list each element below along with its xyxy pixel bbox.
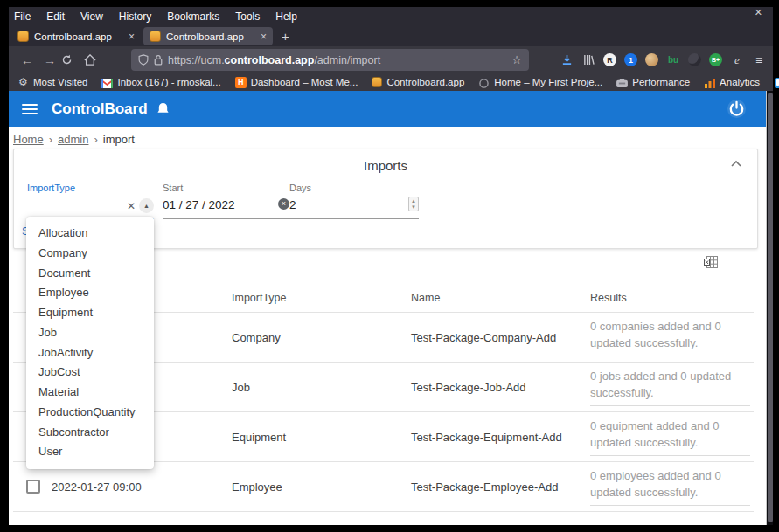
number-spinner[interactable]: ▲ ▼ [408,197,419,211]
breadcrumb-current: import [103,133,135,146]
clear-date-icon[interactable]: × [278,198,289,210]
bookmark-home-project[interactable]: Home – My First Proje... [478,77,602,88]
menu-history[interactable]: History [119,10,151,23]
window-close-icon[interactable]: ✕ [755,7,762,18]
spin-up-icon[interactable]: ▲ [411,198,416,204]
clear-icon[interactable]: ✕ [127,200,136,212]
page-scrollbar[interactable] [766,91,773,525]
row-importtype: Equipment [232,431,411,444]
panel-title: Imports [14,158,757,173]
url-bar[interactable]: https://ucm.controlboard.app/admin/impor… [131,49,529,71]
collapse-chevron-icon[interactable] [731,160,741,167]
bookmark-performance[interactable]: Performance [616,77,690,88]
days-label: Days [289,183,419,193]
bar-chart-icon [704,77,715,88]
start-value[interactable]: 01 / 27 / 2022 [163,198,289,214]
option-company[interactable]: Company [26,244,154,264]
bookmark-dashboard[interactable]: H Dashboard – Most Me... [235,77,358,88]
hamburger-menu-icon[interactable] [22,101,38,117]
days-field[interactable]: Days 2 ▲ ▼ [289,183,419,214]
menu-view[interactable]: View [80,10,103,23]
row-name: Test-Package-Employee-Add [411,480,590,494]
row-name: Test-Package-Job-Add [411,381,590,394]
new-tab-button[interactable]: + [282,29,289,44]
bookmark-trello[interactable]: agtreatertown | Trello [774,77,779,88]
tab-controlboard-1[interactable]: Controlboard.app × [11,27,141,45]
days-value[interactable]: 2 [289,198,419,214]
extension-r-icon[interactable]: R [603,53,616,66]
reload-button[interactable] [61,54,84,66]
reload-icon [61,54,73,66]
extension-e-icon[interactable]: e [730,53,744,67]
export-grid-icon[interactable] [704,256,718,268]
dropdown-arrow-icon[interactable]: ▲ [139,198,154,213]
row-importtype: Job [232,381,411,394]
app-title: ControlBoard [52,100,148,118]
bookmark-most-visited[interactable]: ⚙ Most Visited [17,77,87,88]
option-jobcost[interactable]: JobCost [26,363,154,383]
onepassword-icon[interactable]: 1 [624,53,637,66]
shield-icon[interactable] [138,54,149,66]
extension-dial-icon[interactable] [645,53,658,66]
row-checkbox[interactable] [26,480,40,494]
option-productionquantity[interactable]: ProductionQuantity [26,403,154,423]
bookmark-analytics[interactable]: Analytics [704,77,760,88]
start-date-field[interactable]: Start 01 / 27 / 2022 × [163,183,289,214]
library-icon[interactable] [581,53,595,67]
home-button[interactable] [84,54,107,66]
import-type-dropdown: Allocation Company Document Employee Equ… [26,217,154,469]
tab-title: Controlboard.app [166,31,255,42]
tab-controlboard-2[interactable]: Controlboard.app × [143,27,273,45]
downloads-icon[interactable] [560,53,574,67]
page-viewport: ControlBoard Home › admin › import Impor… [9,91,766,525]
bookmark-star-icon[interactable]: ☆ [511,53,522,66]
option-document[interactable]: Document [26,264,154,284]
url-text[interactable]: https://ucm.controlboard.app/admin/impor… [168,54,506,66]
menu-help[interactable]: Help [275,10,297,23]
controlboard-favicon [372,77,382,87]
menu-file[interactable]: File [14,10,31,23]
bplus-icon[interactable]: B+ [709,53,722,66]
trello-icon [774,77,779,88]
extension-area: R 1 bu B+ e ≡ [560,46,766,73]
row-importtype: Employee [232,480,411,494]
lock-icon[interactable] [154,54,163,66]
option-user[interactable]: User [26,442,154,462]
bookmark-inbox[interactable]: Inbox (167) - rmoskal... [101,77,220,88]
row-results: 0 jobs added and 0 updated successfully. [590,368,750,406]
menu-edit[interactable]: Edit [46,10,65,23]
logout-power-icon[interactable] [727,99,747,119]
spin-down-icon[interactable]: ▼ [411,204,416,211]
bell-icon[interactable] [156,102,170,116]
option-allocation[interactable]: Allocation [26,224,154,244]
row-results: 0 equipment added and 0 updated successf… [590,418,750,456]
forward-button[interactable]: → [38,53,61,67]
breadcrumb-separator: › [94,133,97,146]
tab-close-icon[interactable]: × [129,31,135,43]
start-label: Start [163,183,289,193]
menu-tools[interactable]: Tools [235,10,260,23]
scrollbar-thumb[interactable] [768,93,773,522]
bookmark-controlboard[interactable]: Controlboard.app [372,77,464,87]
option-equipment[interactable]: Equipment [26,303,154,323]
breadcrumb: Home › admin › import [13,133,135,146]
option-subcontractor[interactable]: Subcontractor [26,423,154,443]
row-date: 2022-01-27 09:00 [52,480,142,494]
breadcrumb-home[interactable]: Home [13,133,44,146]
import-type-field[interactable]: ImportType ✕ ▲ [27,183,154,214]
tab-close-icon[interactable]: × [261,31,267,43]
extension-dark-icon[interactable] [688,53,701,66]
tab-bar: Controlboard.app × Controlboard.app × + [9,26,773,46]
app-menu-icon[interactable]: ≡ [752,53,766,67]
option-employee[interactable]: Employee [26,283,154,303]
breadcrumb-admin[interactable]: admin [58,133,88,146]
back-button[interactable]: ← [16,53,38,67]
option-job[interactable]: Job [26,323,154,343]
table-header-name: Name [411,292,590,304]
option-jobactivity[interactable]: JobActivity [26,343,154,363]
row-name: Test-Package-Equipment-Add [411,431,590,444]
app-header: ControlBoard [9,91,766,127]
buffer-icon[interactable]: bu [666,53,680,67]
option-material[interactable]: Material [26,383,154,403]
menu-bookmarks[interactable]: Bookmarks [167,10,219,23]
